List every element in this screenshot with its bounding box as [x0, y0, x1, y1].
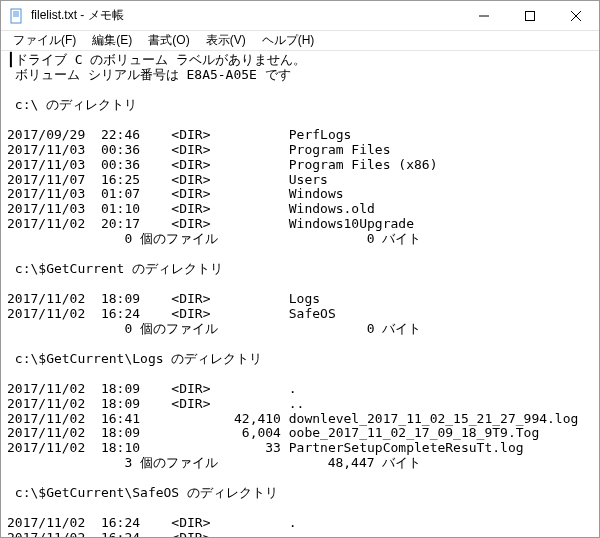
text-line: 2017/11/02 18:09 <DIR> ..: [7, 396, 304, 411]
notepad-icon: [9, 8, 25, 24]
menu-edit[interactable]: 編集(E): [84, 30, 140, 51]
text-line: 2017/11/03 00:36 <DIR> Program Files (x8…: [7, 157, 437, 172]
text-line: 2017/11/02 16:24 <DIR> .: [7, 515, 297, 530]
text-line: c:\ のディレクトリ: [7, 97, 137, 112]
text-line: 2017/09/29 22:46 <DIR> PerfLogs: [7, 127, 351, 142]
text-area[interactable]: ┃ドライブ C のボリューム ラベルがありません。 ボリューム シリアル番号は …: [1, 51, 599, 537]
menubar: ファイル(F) 編集(E) 書式(O) 表示(V) ヘルプ(H): [1, 31, 599, 51]
text-line: c:\$GetCurrent\SafeOS のディレクトリ: [7, 485, 278, 500]
text-line: 2017/11/03 01:07 <DIR> Windows: [7, 186, 344, 201]
text-line: 2017/11/02 18:09 <DIR> Logs: [7, 291, 320, 306]
text-line: ボリューム シリアル番号は E8A5-A05E です: [7, 67, 291, 82]
text-line: 2017/11/03 01:10 <DIR> Windows.old: [7, 201, 375, 216]
maximize-button[interactable]: [507, 1, 553, 30]
text-line: 2017/11/02 16:24 <DIR> ..: [7, 530, 304, 537]
text-line: ┃ドライブ C のボリューム ラベルがありません。: [7, 52, 306, 67]
close-button[interactable]: [553, 1, 599, 30]
titlebar[interactable]: filelist.txt - メモ帳: [1, 1, 599, 31]
text-line: 2017/11/02 16:24 <DIR> SafeOS: [7, 306, 336, 321]
window-title: filelist.txt - メモ帳: [31, 7, 461, 24]
menu-format[interactable]: 書式(O): [140, 30, 197, 51]
text-line: 2017/11/02 16:41 42,410 downlevel_2017_1…: [7, 411, 578, 426]
window-controls: [461, 1, 599, 30]
text-line: 2017/11/02 18:09 <DIR> .: [7, 381, 297, 396]
menu-file[interactable]: ファイル(F): [5, 30, 84, 51]
text-line: 3 個のファイル 48,447 バイト: [7, 455, 421, 470]
svg-rect-5: [526, 11, 535, 20]
text-line: 2017/11/03 00:36 <DIR> Program Files: [7, 142, 391, 157]
text-line: 0 個のファイル 0 バイト: [7, 321, 421, 336]
text-line: c:\$GetCurrent のディレクトリ: [7, 261, 223, 276]
minimize-button[interactable]: [461, 1, 507, 30]
text-line: c:\$GetCurrent\Logs のディレクトリ: [7, 351, 262, 366]
text-line: 2017/11/02 20:17 <DIR> Windows10Upgrade: [7, 216, 414, 231]
text-line: 0 個のファイル 0 バイト: [7, 231, 421, 246]
text-line: 2017/11/02 18:10 33 PartnerSetupComplete…: [7, 440, 524, 455]
menu-help[interactable]: ヘルプ(H): [254, 30, 323, 51]
menu-view[interactable]: 表示(V): [198, 30, 254, 51]
text-line: 2017/11/02 18:09 6,004 oobe_2017_11_02_1…: [7, 425, 539, 440]
text-line: 2017/11/07 16:25 <DIR> Users: [7, 172, 328, 187]
